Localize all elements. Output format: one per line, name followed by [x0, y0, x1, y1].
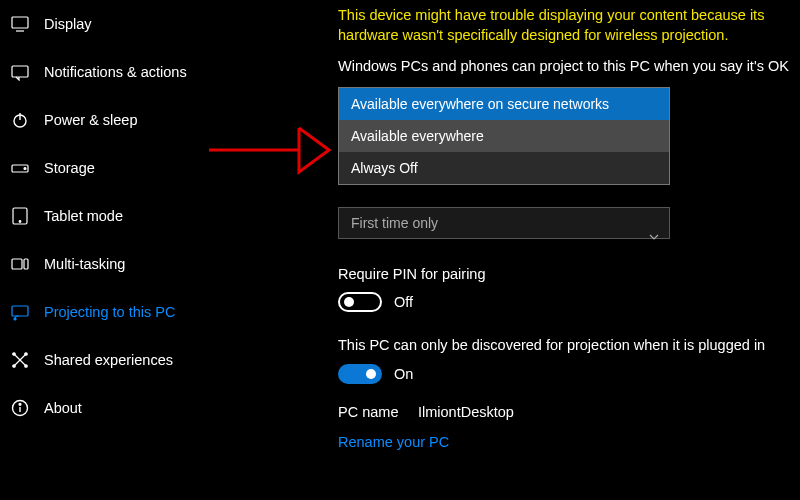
- svg-point-18: [25, 365, 27, 367]
- projecting-icon: [10, 302, 30, 322]
- notifications-icon: [10, 62, 30, 82]
- svg-point-8: [19, 221, 21, 223]
- sidebar-item-label: Storage: [44, 160, 95, 176]
- sidebar-item-about[interactable]: About: [0, 384, 260, 432]
- sidebar-item-notifications[interactable]: Notifications & actions: [0, 48, 260, 96]
- who-can-project-dropdown-open[interactable]: Available everywhere on secure networks …: [338, 87, 670, 185]
- shared-icon: [10, 350, 30, 370]
- discoverable-state: On: [394, 366, 413, 382]
- sidebar-item-label: Notifications & actions: [44, 64, 187, 80]
- sidebar-item-tablet[interactable]: Tablet mode: [0, 192, 260, 240]
- sidebar-item-label: Display: [44, 16, 92, 32]
- require-pin-state: Off: [394, 294, 413, 310]
- sidebar-item-label: Tablet mode: [44, 208, 123, 224]
- multitask-icon: [10, 254, 30, 274]
- sidebar-item-label: Multi-tasking: [44, 256, 125, 272]
- svg-point-15: [13, 353, 15, 355]
- sidebar-item-shared[interactable]: Shared experiences: [0, 336, 260, 384]
- ask-to-project-value: First time only: [351, 215, 438, 231]
- display-icon: [10, 14, 30, 34]
- svg-point-21: [19, 403, 21, 405]
- sidebar-item-multitask[interactable]: Multi-tasking: [0, 240, 260, 288]
- svg-point-12: [14, 318, 16, 320]
- require-pin-toggle[interactable]: [338, 292, 382, 312]
- storage-icon: [10, 158, 30, 178]
- settings-content: This device might have trouble displayin…: [338, 0, 798, 500]
- sidebar-item-label: Shared experiences: [44, 352, 173, 368]
- svg-point-16: [25, 353, 27, 355]
- dropdown-option-secure-networks[interactable]: Available everywhere on secure networks: [339, 88, 669, 120]
- svg-rect-11: [12, 306, 28, 316]
- svg-rect-10: [24, 259, 28, 269]
- ask-to-project-dropdown[interactable]: First time only: [338, 207, 670, 239]
- power-icon: [10, 110, 30, 130]
- dropdown-option-always-off[interactable]: Always Off: [339, 152, 669, 184]
- rename-pc-link[interactable]: Rename your PC: [338, 434, 798, 450]
- pc-name-value: IlmiontDesktop: [418, 404, 514, 420]
- sidebar-item-display[interactable]: Display: [0, 0, 260, 48]
- sidebar-item-label: Power & sleep: [44, 112, 138, 128]
- pc-name-key: PC name: [338, 404, 418, 420]
- sidebar-item-storage[interactable]: Storage: [0, 144, 260, 192]
- sidebar-item-label: Projecting to this PC: [44, 304, 175, 320]
- sidebar-item-power[interactable]: Power & sleep: [0, 96, 260, 144]
- discoverable-toggle[interactable]: [338, 364, 382, 384]
- dropdown-option-everywhere[interactable]: Available everywhere: [339, 120, 669, 152]
- svg-rect-9: [12, 259, 22, 269]
- chevron-down-icon: [649, 220, 659, 250]
- sidebar-item-label: About: [44, 400, 82, 416]
- discoverable-label: This PC can only be discovered for proje…: [338, 336, 798, 356]
- svg-point-17: [13, 365, 15, 367]
- settings-sidebar: Display Notifications & actions Power & …: [0, 0, 260, 500]
- who-can-project-label: Windows PCs and phones can project to th…: [338, 57, 798, 77]
- about-icon: [10, 398, 30, 418]
- sidebar-item-projecting[interactable]: Projecting to this PC: [0, 288, 260, 336]
- require-pin-label: Require PIN for pairing: [338, 265, 798, 285]
- projection-warning-text: This device might have trouble displayin…: [338, 0, 798, 45]
- tablet-icon: [10, 206, 30, 226]
- svg-point-6: [24, 168, 26, 170]
- svg-rect-2: [12, 66, 28, 77]
- svg-rect-0: [12, 17, 28, 28]
